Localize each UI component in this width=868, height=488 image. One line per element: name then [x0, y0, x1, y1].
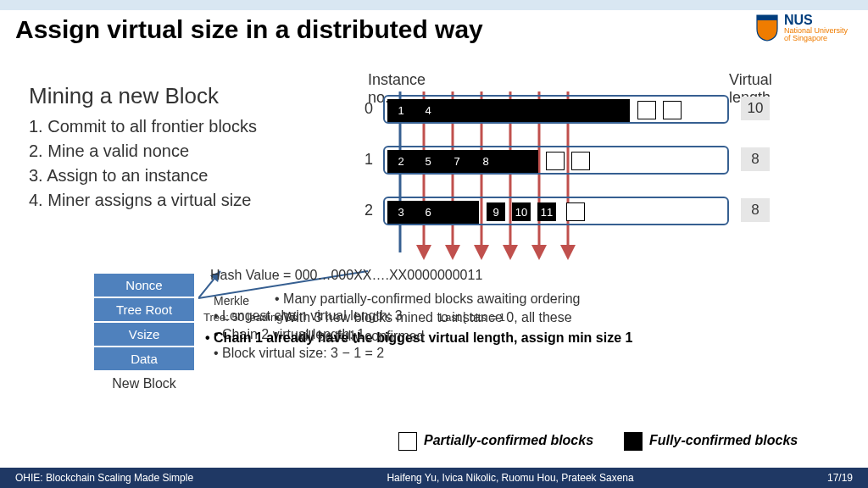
- mining-step: 1. Commit to all frontier blocks: [29, 114, 342, 139]
- block: 2: [392, 152, 410, 170]
- new-block-field: Nonce: [93, 273, 195, 297]
- new-block-field: Vsize: [93, 322, 195, 347]
- row-box: 2 5 7 8: [383, 146, 729, 175]
- block: 6: [419, 202, 437, 221]
- nus-logo: NUS National University of Singapore: [755, 14, 848, 42]
- new-block-diagram: Nonce Tree Root Vsize Data New Block: [93, 273, 195, 391]
- mining-step: 4. Miner assigns a virtual size: [29, 188, 342, 213]
- slide-title: Assign virtual size in a distributed way: [0, 10, 868, 44]
- partial-block: [663, 101, 682, 119]
- new-block-field: Tree Root: [93, 297, 195, 322]
- block: 1: [392, 101, 410, 119]
- hash-area: Hash Value = 000…000XX….XX0000000011 Mer…: [210, 266, 804, 390]
- overlay-bullet: With 3 new blocks mined to instance 0, a…: [283, 310, 572, 324]
- overlay-bullet: Many partially-confirmed blocks awaiting…: [283, 291, 580, 306]
- footer-authors: Haifeng Yu, Ivica Nikolic, Ruomu Hou, Pr…: [193, 472, 827, 484]
- row-label: 2: [364, 202, 373, 219]
- footer-left: OHIE: Blockchain Scaling Made Simple: [15, 472, 193, 484]
- mining-step: 3. Assign to an instance: [29, 164, 342, 188]
- legend: Partially-confirmed blocks Fully-confirm…: [398, 432, 798, 451]
- logo-text: NUS National University of Singapore: [784, 14, 848, 42]
- virtual-length-badge: 10: [741, 97, 770, 120]
- row-label: 1: [364, 151, 373, 169]
- legend-swatch-full: [624, 432, 643, 451]
- virtual-length-badge: 8: [741, 147, 770, 171]
- block: 4: [419, 101, 437, 119]
- block: 9: [487, 202, 505, 221]
- legend-swatch-partial: [398, 432, 417, 451]
- new-block-field: Data: [93, 347, 195, 371]
- block: 5: [419, 152, 437, 170]
- mining-step: 2. Mine a valid nonce: [29, 139, 342, 164]
- block: 11: [537, 202, 556, 221]
- partial-block: [546, 152, 565, 170]
- partial-block: [571, 152, 590, 170]
- row-label: 0: [364, 100, 373, 118]
- logo-line2: of Singapore: [784, 35, 848, 42]
- footer: OHIE: Blockchain Scaling Made Simple Hai…: [0, 468, 868, 488]
- block: 8: [476, 152, 495, 170]
- partial-block: [566, 202, 585, 221]
- block: 7: [448, 152, 466, 170]
- logo-abbrev: NUS: [784, 13, 813, 27]
- top-accent-bar: [0, 0, 868, 10]
- partial-block: [637, 101, 656, 119]
- mining-section: Mining a new Block 1. Commit to all fron…: [29, 83, 342, 213]
- row-box: 3 6 9 10 11: [383, 197, 729, 225]
- new-block-label: New Block: [93, 376, 195, 391]
- legend-item-partial: Partially-confirmed blocks: [398, 432, 593, 451]
- legend-label: Fully-confirmed blocks: [649, 433, 798, 447]
- legend-label: Partially-confirmed blocks: [424, 433, 593, 447]
- mining-steps: 1. Commit to all frontier blocks 2. Mine…: [29, 114, 342, 213]
- hash-value-line: Hash Value = 000…000XX….XX0000000011: [210, 266, 804, 285]
- virtual-length-badge: 8: [741, 198, 770, 222]
- mining-title: Mining a new Block: [29, 83, 342, 109]
- footer-page: 17/19: [827, 472, 853, 484]
- overlay-bullet: Block virtual size: 3 − 1 = 2: [222, 346, 384, 360]
- block: 10: [512, 202, 531, 221]
- block: 3: [392, 202, 410, 221]
- shield-icon: [755, 14, 779, 42]
- row-box: 1 4: [383, 95, 729, 124]
- overlay-bullet: will be fully confirmed: [295, 329, 424, 343]
- legend-item-full: Fully-confirmed blocks: [624, 432, 798, 451]
